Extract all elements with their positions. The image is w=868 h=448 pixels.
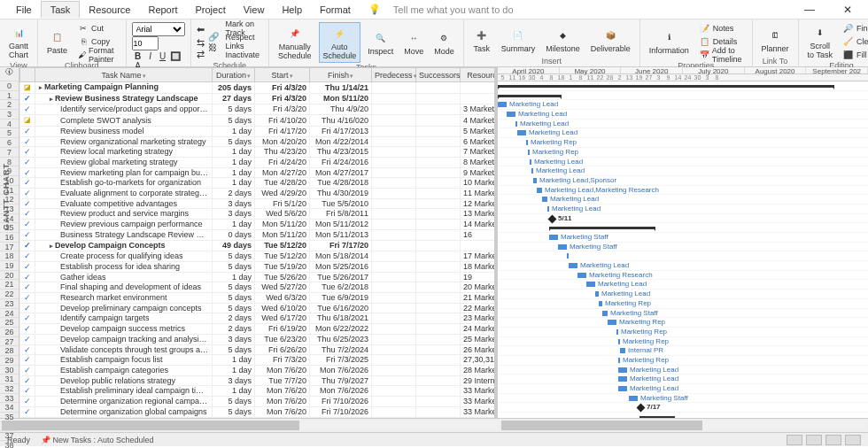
duration-cell[interactable]: 1 day bbox=[213, 178, 255, 189]
gantt-bar[interactable] bbox=[602, 311, 608, 316]
finish-cell[interactable]: Fri 7/3/2025 bbox=[310, 355, 372, 366]
resource-cell[interactable]: 3 Marketing Lead bbox=[461, 104, 499, 115]
deliverable-button[interactable]: 📦Deliverable bbox=[587, 25, 634, 55]
auto-schedule-button[interactable]: ⚡Auto Schedule bbox=[319, 22, 361, 63]
pred-cell[interactable] bbox=[372, 397, 416, 407]
finish-cell[interactable]: Mon 5/18/2014 bbox=[310, 251, 372, 262]
start-cell[interactable]: Fri 4/10/20 bbox=[255, 115, 310, 127]
task-name-cell[interactable]: Review previous campaign performance bbox=[35, 220, 213, 230]
col-header[interactable]: Duration▾ bbox=[213, 68, 255, 82]
start-cell[interactable]: Wed 5/27/20 bbox=[255, 282, 310, 293]
milestone-button[interactable]: ◆Milestone bbox=[542, 25, 584, 55]
start-cell[interactable]: Wed 6/3/20 bbox=[255, 293, 310, 304]
task-name-cell[interactable]: Review global marketing strategy bbox=[35, 157, 213, 167]
table-row[interactable]: ✓Develop campaign success metrics2 daysF… bbox=[20, 324, 499, 335]
table-row[interactable]: ✓Review previous campaign performance1 d… bbox=[20, 220, 499, 230]
gantt-bar[interactable] bbox=[608, 320, 616, 325]
unlink-tasks-icon[interactable]: ⛓ bbox=[208, 42, 219, 52]
duration-cell[interactable]: 5 days bbox=[213, 397, 255, 407]
finish-cell[interactable]: Tue 5/26/2017 bbox=[310, 272, 372, 282]
succ-cell[interactable] bbox=[416, 126, 461, 136]
task-name-cell[interactable]: Determine organization global campaigns bbox=[35, 406, 213, 417]
resource-cell[interactable] bbox=[461, 240, 499, 251]
start-cell[interactable]: Wed 4/29/20 bbox=[255, 189, 310, 199]
finish-cell[interactable]: Fri 7/10/2026 bbox=[310, 417, 372, 418]
gantt-bar[interactable] bbox=[558, 244, 567, 250]
succ-cell[interactable] bbox=[416, 167, 461, 178]
pred-cell[interactable] bbox=[372, 406, 416, 417]
start-cell[interactable]: Wed 5/6/20 bbox=[255, 209, 310, 220]
duration-cell[interactable]: 1 day bbox=[213, 157, 255, 167]
insert-task-button[interactable]: ➕Task bbox=[469, 25, 494, 55]
row-number[interactable]: 6 bbox=[0, 138, 19, 148]
gantt-bar[interactable] bbox=[547, 206, 549, 212]
task-name-cell[interactable]: Establish preliminary ideal campaign tim… bbox=[35, 386, 213, 397]
table-row[interactable]: ✓Establish go-to-markets for organizatio… bbox=[20, 178, 499, 189]
finish-cell[interactable]: Thu 4/16/020 bbox=[310, 115, 372, 127]
menu-project[interactable]: Project bbox=[186, 2, 234, 18]
pred-cell[interactable] bbox=[372, 178, 416, 189]
information-button[interactable]: ℹInformation bbox=[646, 27, 693, 57]
task-name-cell[interactable]: Marketing Campaign Planning bbox=[35, 82, 213, 94]
notes-button[interactable]: 📝Notes bbox=[696, 22, 747, 35]
pred-cell[interactable] bbox=[372, 293, 416, 304]
finish-cell[interactable]: Mon 4/27/2017 bbox=[310, 167, 372, 178]
table-row[interactable]: ✓Review marketing plan for campaign budg… bbox=[20, 167, 499, 178]
duration-cell[interactable]: 49 days bbox=[213, 240, 255, 251]
resource-cell[interactable]: 19 bbox=[461, 272, 499, 282]
font-size-input[interactable] bbox=[132, 36, 159, 50]
menu-view[interactable]: View bbox=[235, 2, 274, 18]
table-row[interactable]: ✓Determine organization regional campaig… bbox=[20, 397, 499, 407]
pred-cell[interactable] bbox=[372, 303, 416, 313]
task-name-cell[interactable]: Business Strategy Landscape Review Compl… bbox=[35, 229, 213, 240]
table-row[interactable]: ✓Gather ideas1 dayTue 5/26/20Tue 5/26/20… bbox=[20, 272, 499, 282]
gantt-bar[interactable] bbox=[498, 102, 507, 107]
table-row[interactable]: ✓Develop Campaign Concepts49 daysTue 5/1… bbox=[20, 240, 499, 251]
start-cell[interactable]: Tue 5/26/20 bbox=[255, 272, 310, 282]
succ-cell[interactable] bbox=[416, 136, 461, 147]
gantt-bar[interactable] bbox=[549, 235, 558, 240]
finish-cell[interactable]: Thu 1/14/21 bbox=[310, 82, 372, 94]
start-cell[interactable]: Fri 4/3/20 bbox=[255, 104, 310, 115]
succ-cell[interactable] bbox=[416, 397, 461, 407]
start-cell[interactable]: Mon 7/6/20 bbox=[255, 397, 310, 407]
task-name-cell[interactable]: Develop Campaign Concepts bbox=[35, 240, 213, 251]
task-name-cell[interactable]: Review product and service margins bbox=[35, 209, 213, 220]
duration-cell[interactable]: 5 days bbox=[213, 136, 255, 147]
col-header[interactable]: Resource Names▾ bbox=[461, 68, 499, 82]
table-row[interactable]: ✓Create process for qualifying ideas5 da… bbox=[20, 251, 499, 262]
table-row[interactable]: ✓Identify service/product gaps and oppor… bbox=[20, 104, 499, 115]
grid-header-row[interactable]: Task Name▾Duration▾Start▾Finish▾Predeces… bbox=[20, 68, 499, 82]
resource-cell[interactable]: 17 Marketing Staff bbox=[461, 251, 499, 262]
pred-cell[interactable] bbox=[372, 386, 416, 397]
succ-cell[interactable] bbox=[416, 93, 461, 104]
succ-cell[interactable] bbox=[416, 251, 461, 262]
view-button-1[interactable] bbox=[787, 435, 802, 445]
resource-cell[interactable]: 33 Marketing Lead bbox=[461, 406, 499, 417]
milestone-icon[interactable] bbox=[637, 404, 646, 413]
resource-cell[interactable]: 4 Marketing Lead bbox=[461, 115, 499, 127]
task-grid[interactable]: Task Name▾Duration▾Start▾Finish▾Predeces… bbox=[19, 67, 498, 418]
row-number[interactable]: 19 bbox=[0, 261, 19, 271]
succ-cell[interactable] bbox=[416, 229, 461, 240]
duration-cell[interactable]: 5 days bbox=[213, 104, 255, 115]
start-cell[interactable]: Tue 5/12/20 bbox=[255, 251, 310, 262]
table-row[interactable]: ✓Determine organization country campaign… bbox=[20, 417, 499, 418]
resource-cell[interactable]: 25 Marketing Staff bbox=[461, 334, 499, 344]
row-number[interactable]: 18 bbox=[0, 251, 19, 261]
finish-cell[interactable]: Thu 4/30/2019 bbox=[310, 189, 372, 199]
table-row[interactable]: ✓Develop campaign tracking and analysis … bbox=[20, 334, 499, 344]
indent-buttons[interactable]: ⇆ ⇄ bbox=[197, 37, 205, 60]
succ-cell[interactable] bbox=[416, 104, 461, 115]
pred-cell[interactable] bbox=[372, 229, 416, 240]
task-name-cell[interactable]: Review Business Strategy Landscape bbox=[35, 93, 213, 104]
succ-cell[interactable] bbox=[416, 178, 461, 189]
task-name-cell[interactable]: Review marketing plan for campaign budge… bbox=[35, 167, 213, 178]
tell-me-search[interactable]: 💡 Tell me what you want to do bbox=[360, 2, 788, 18]
task-name-cell[interactable]: Identify service/product gaps and opport… bbox=[35, 104, 213, 115]
duration-cell[interactable]: 5 days bbox=[213, 344, 255, 355]
succ-cell[interactable] bbox=[416, 386, 461, 397]
row-number[interactable]: 33 bbox=[0, 394, 19, 404]
gantt-bar[interactable] bbox=[507, 112, 515, 117]
link-tasks-icon[interactable]: 🔗 bbox=[208, 32, 219, 42]
